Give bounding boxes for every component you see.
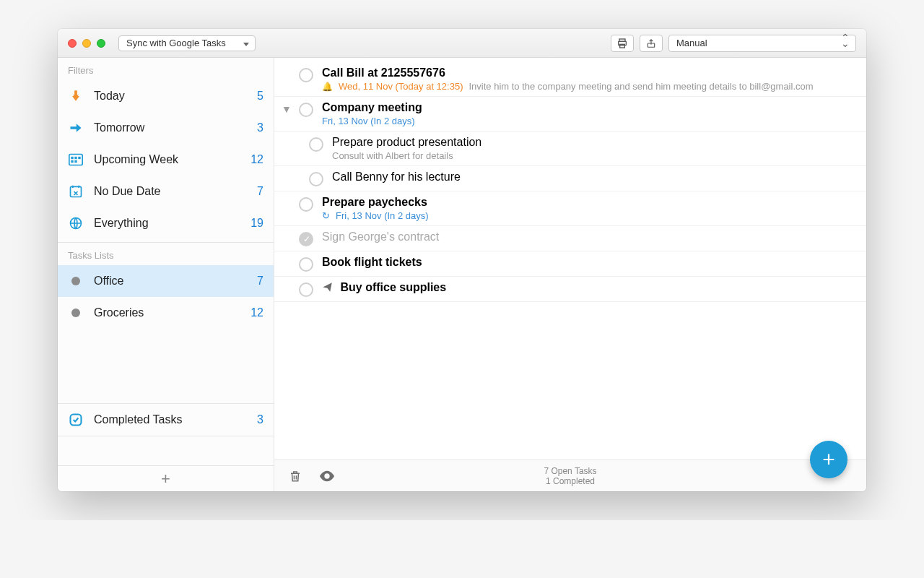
task-title: Call Benny for his lecture <box>332 171 855 184</box>
filter-upcoming-week[interactable]: Upcoming Week 12 <box>58 144 274 176</box>
list-office[interactable]: Office 7 <box>58 265 274 297</box>
filter-label: No Due Date <box>94 185 161 198</box>
subtask-row[interactable]: Prepare product presentation Consult wit… <box>274 131 866 166</box>
minimize-window-button[interactable] <box>82 39 91 48</box>
task-date: Fri, 13 Nov (In 2 days) <box>322 116 415 126</box>
svg-rect-6 <box>74 157 77 159</box>
task-title: Buy office supplies <box>322 281 855 294</box>
task-checkbox[interactable] <box>299 103 313 117</box>
task-row[interactable]: Prepare paychecks ↻ Fri, 13 Nov (In 2 da… <box>274 191 866 226</box>
plus-icon: + <box>822 447 835 472</box>
task-checkbox[interactable] <box>299 232 313 246</box>
svg-rect-10 <box>71 186 82 197</box>
share-icon <box>646 38 656 49</box>
task-checkbox[interactable] <box>299 68 313 82</box>
svg-rect-7 <box>78 157 80 159</box>
check-box-icon <box>68 412 84 428</box>
filter-no-due-date[interactable]: No Due Date 7 <box>58 176 274 207</box>
disclosure-icon[interactable]: ▼ <box>282 103 295 126</box>
task-checkbox[interactable] <box>299 282 313 297</box>
filter-label: Tomorrow <box>94 121 144 134</box>
window-controls <box>68 39 105 48</box>
arrow-down-icon <box>68 88 84 104</box>
sort-dropdown[interactable]: Manual <box>668 35 856 52</box>
week-icon <box>68 152 84 168</box>
task-note: Consult with Albert for details <box>332 150 453 161</box>
filter-tomorrow[interactable]: Tomorrow 3 <box>58 112 274 144</box>
list-label: Office <box>94 275 124 288</box>
task-row[interactable]: Sign George's contract <box>274 226 866 251</box>
app-window: Sync with Google Tasks Manual Filters To… <box>58 29 866 491</box>
task-checkbox[interactable] <box>309 137 323 152</box>
svg-rect-4 <box>69 155 82 165</box>
completed-label: Completed Tasks <box>94 413 182 426</box>
close-window-button[interactable] <box>68 39 77 48</box>
add-task-button[interactable]: + <box>810 441 847 478</box>
task-title: Prepare paychecks <box>322 196 855 209</box>
svg-rect-9 <box>74 160 77 163</box>
dot-icon <box>68 273 84 289</box>
task-title: Company meeting <box>322 101 855 114</box>
add-list-button[interactable]: + <box>58 465 274 491</box>
task-note: Invite him to the company meeting and se… <box>468 81 813 92</box>
trash-button[interactable] <box>289 469 302 483</box>
status-summary: 7 Open Tasks 1 Completed <box>544 466 596 486</box>
filter-label: Today <box>94 90 125 103</box>
paper-plane-icon <box>322 281 336 293</box>
task-row[interactable]: Book flight tickets <box>274 251 866 277</box>
open-tasks-count: 7 Open Tasks <box>544 466 596 476</box>
task-title: Book flight tickets <box>322 256 855 269</box>
sidebar: Filters Today 5 Tomorrow 3 Upcoming <box>58 58 274 491</box>
task-checkbox[interactable] <box>309 172 323 186</box>
filter-label: Upcoming Week <box>94 153 178 166</box>
filter-count: 19 <box>250 217 263 230</box>
eye-icon <box>319 470 335 482</box>
arrow-right-icon <box>68 120 84 136</box>
svg-rect-5 <box>71 157 73 159</box>
task-row[interactable]: Buy office supplies <box>274 277 866 302</box>
zoom-window-button[interactable] <box>97 39 105 48</box>
list-groceries[interactable]: Groceries 12 <box>58 297 274 329</box>
bell-icon: 🔔 <box>322 82 333 92</box>
sort-dropdown-label: Manual <box>676 38 707 48</box>
repeat-icon: ↻ <box>322 210 330 221</box>
filters-header: Filters <box>58 58 274 80</box>
trash-icon <box>289 469 302 483</box>
filter-today[interactable]: Today 5 <box>58 80 274 112</box>
completed-tasks[interactable]: Completed Tasks 3 <box>58 404 274 436</box>
task-date: Fri, 13 Nov (In 2 days) <box>336 210 429 221</box>
filter-label: Everything <box>94 217 149 230</box>
list-label: Groceries <box>94 306 144 319</box>
task-title: Sign George's contract <box>322 230 855 243</box>
dot-icon <box>68 305 84 321</box>
task-title: Prepare product presentation <box>332 136 855 149</box>
titlebar: Sync with Google Tasks Manual <box>58 29 866 58</box>
list-count: 7 <box>257 275 263 288</box>
task-checkbox[interactable] <box>299 197 313 212</box>
svg-rect-8 <box>71 160 73 163</box>
completed-tasks-count: 1 Completed <box>544 476 596 486</box>
list-count: 12 <box>250 306 263 319</box>
sync-dropdown[interactable]: Sync with Google Tasks <box>118 35 256 51</box>
main-pane: Call Bill at 2125557676 🔔 Wed, 11 Nov (T… <box>274 58 866 491</box>
printer-icon <box>616 38 628 49</box>
bottom-bar: 7 Open Tasks 1 Completed <box>274 460 866 491</box>
subtask-row[interactable]: Call Benny for his lecture <box>274 166 866 191</box>
task-list: Call Bill at 2125557676 🔔 Wed, 11 Nov (T… <box>274 58 866 460</box>
completed-count: 3 <box>257 413 263 426</box>
task-row[interactable]: Call Bill at 2125557676 🔔 Wed, 11 Nov (T… <box>274 62 866 97</box>
globe-icon <box>68 215 84 231</box>
task-date: Wed, 11 Nov (Today at 12:35) <box>339 81 463 92</box>
task-title: Call Bill at 2125557676 <box>322 66 855 79</box>
filter-count: 7 <box>257 185 263 198</box>
task-row[interactable]: ▼ Company meeting Fri, 13 Nov (In 2 days… <box>274 97 866 131</box>
sync-dropdown-label: Sync with Google Tasks <box>126 38 226 48</box>
visibility-button[interactable] <box>319 470 335 482</box>
plus-icon: + <box>161 470 170 488</box>
share-button[interactable] <box>640 35 663 52</box>
calendar-x-icon <box>68 184 84 199</box>
body: Filters Today 5 Tomorrow 3 Upcoming <box>58 58 866 491</box>
filter-everything[interactable]: Everything 19 <box>58 207 274 239</box>
task-checkbox[interactable] <box>299 257 313 272</box>
print-button[interactable] <box>611 35 634 52</box>
